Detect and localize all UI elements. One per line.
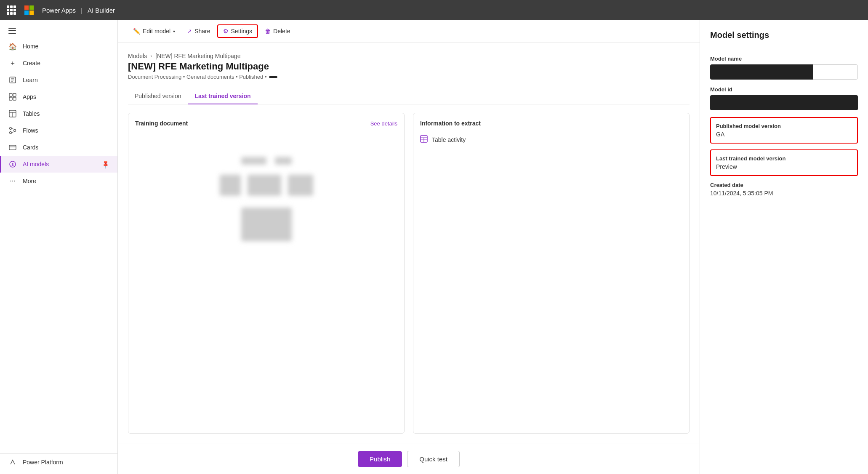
sidebar-item-ai-models[interactable]: $ AI models 📌: [0, 156, 117, 173]
doc-preview: [135, 132, 397, 266]
see-details-link[interactable]: See details: [370, 120, 397, 127]
svg-rect-8: [9, 93, 12, 96]
delete-button[interactable]: 🗑 Delete: [260, 25, 295, 37]
breadcrumb: Models › [NEW] RFE Marketing Multipage: [128, 53, 690, 59]
create-icon: ＋: [8, 59, 17, 67]
panel-title: Model settings: [710, 30, 858, 47]
waffle-menu[interactable]: [7, 5, 16, 15]
svg-point-16: [14, 130, 16, 132]
published-version-label: Published model version: [716, 123, 852, 129]
svg-rect-2: [24, 11, 29, 15]
sidebar-item-tables[interactable]: Tables: [0, 105, 117, 122]
model-name-label: Model name: [710, 56, 858, 62]
meta-badge: [269, 76, 277, 78]
published-version-value: GA: [716, 131, 852, 138]
cards-icon: [8, 143, 17, 152]
blur-line-2: [275, 157, 292, 165]
breadcrumb-parent[interactable]: Models: [128, 53, 147, 59]
cards-row: Training document See details: [128, 113, 690, 434]
app-layout: 🏠 Home ＋ Create Learn: [0, 20, 868, 474]
flows-icon: [8, 126, 17, 135]
sidebar-item-flows-label: Flows: [23, 127, 38, 134]
hamburger-icon: [8, 28, 16, 34]
edit-icon: ✏️: [133, 28, 140, 35]
page-title: [NEW] RFE Marketing Multipage: [128, 61, 690, 72]
learn-icon: [8, 76, 17, 84]
topbar-separator: |: [81, 7, 83, 14]
share-button[interactable]: ↗ Share: [182, 25, 215, 37]
sidebar-item-power-platform[interactable]: Power Platform: [0, 454, 117, 471]
sidebar-item-learn[interactable]: Learn: [0, 72, 117, 88]
table-icon: [420, 135, 428, 144]
svg-rect-10: [9, 97, 12, 100]
svg-rect-0: [24, 5, 29, 10]
apps-icon: [8, 93, 17, 101]
sidebar-item-home-label: Home: [23, 43, 38, 50]
extract-card: Information to extract Table activity: [413, 113, 690, 434]
share-icon: ↗: [187, 28, 192, 35]
toolbar: ✏️ Edit model ▾ ↗ Share ⚙ Settings 🗑 Del…: [118, 20, 700, 43]
extract-title-text: Information to extract: [420, 120, 481, 127]
topbar-app-name: Power Apps: [42, 7, 76, 14]
main-content: ✏️ Edit model ▾ ↗ Share ⚙ Settings 🗑 Del…: [118, 20, 700, 474]
svg-rect-11: [13, 97, 16, 100]
blur-line-1: [241, 157, 266, 165]
blur-block-3: [288, 175, 313, 196]
sidebar-item-home[interactable]: 🏠 Home: [0, 38, 117, 55]
svg-line-18: [12, 128, 15, 130]
training-title-text: Training document: [135, 120, 188, 127]
home-icon: 🏠: [8, 42, 17, 51]
blur-block-1: [220, 175, 241, 196]
sidebar-item-apps[interactable]: Apps: [0, 88, 117, 105]
card-title-training: Training document See details: [135, 120, 397, 127]
sidebar-item-learn-label: Learn: [23, 77, 38, 83]
sidebar-item-power-platform-label: Power Platform: [23, 459, 63, 466]
sidebar-item-flows[interactable]: Flows: [0, 122, 117, 139]
svg-point-15: [10, 128, 12, 130]
more-icon: ···: [8, 177, 17, 185]
blur-block-large: [241, 208, 292, 241]
settings-icon: ⚙: [223, 28, 229, 35]
sidebar-item-more[interactable]: ··· More: [0, 173, 117, 189]
publish-button[interactable]: Publish: [358, 451, 402, 467]
page-area: Models › [NEW] RFE Marketing Multipage […: [118, 43, 700, 444]
ai-models-icon: $: [8, 160, 17, 168]
sidebar-menu-button[interactable]: [0, 24, 117, 38]
svg-text:$: $: [11, 162, 13, 167]
svg-rect-3: [29, 11, 34, 15]
page-meta: Document Processing • General documents …: [128, 74, 690, 80]
training-document-card: Training document See details: [128, 113, 405, 434]
breadcrumb-arrow-icon: ›: [150, 53, 152, 59]
sidebar: 🏠 Home ＋ Create Learn: [0, 20, 118, 474]
action-bar: Publish Quick test: [118, 444, 700, 474]
delete-icon: 🗑: [265, 28, 271, 35]
settings-button[interactable]: ⚙ Settings: [217, 24, 258, 38]
model-id-value: [710, 95, 858, 110]
sidebar-item-create[interactable]: ＋ Create: [0, 55, 117, 72]
sidebar-item-apps-label: Apps: [23, 93, 36, 100]
sidebar-item-tables-label: Tables: [23, 110, 40, 117]
created-date-value: 10/11/2024, 5:35:05 PM: [710, 190, 858, 197]
sidebar-item-cards[interactable]: Cards: [0, 139, 117, 156]
svg-line-19: [12, 132, 15, 133]
edit-chevron-icon: ▾: [173, 29, 175, 34]
tables-icon: [8, 109, 17, 118]
edit-model-button[interactable]: ✏️ Edit model ▾: [128, 25, 180, 37]
svg-rect-1: [29, 5, 34, 10]
sidebar-bottom: Power Platform: [0, 453, 117, 471]
last-trained-label: Last trained model version: [716, 155, 852, 162]
blur-block-2: [248, 175, 281, 196]
edit-label: Edit model: [143, 28, 170, 35]
tab-last-trained-version[interactable]: Last trained version: [188, 88, 258, 104]
svg-rect-20: [9, 145, 16, 150]
extract-item-table: Table activity: [420, 132, 682, 148]
quick-test-button[interactable]: Quick test: [407, 451, 460, 467]
microsoft-logo: [24, 5, 34, 15]
tab-published-version[interactable]: Published version: [128, 88, 188, 104]
last-trained-box: Last trained model version Preview: [710, 149, 858, 176]
power-platform-icon: [8, 458, 17, 466]
settings-label: Settings: [231, 28, 253, 35]
share-label: Share: [194, 28, 210, 35]
delete-label: Delete: [273, 28, 290, 35]
svg-rect-9: [13, 93, 16, 96]
